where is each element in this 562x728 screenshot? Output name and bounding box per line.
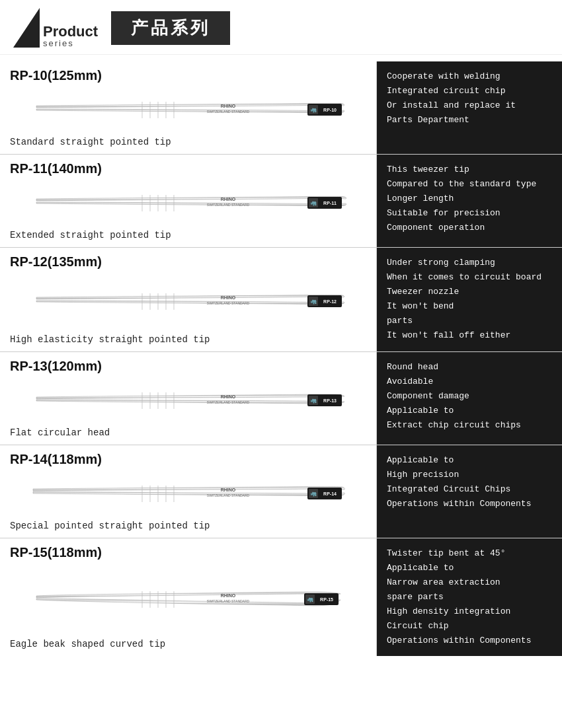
product-bold-label: Product: [43, 24, 98, 39]
svg-text:RHINO: RHINO: [220, 394, 235, 399]
product-right-panel: Cooperate with welding Integrated circui…: [377, 61, 562, 154]
product-row-rp-12: RP-12(135mm)RHINOSWITZERLAND STANDARD🦏RP…: [0, 248, 562, 352]
product-right-panel: Round head Avoidable Component damage Ap…: [377, 352, 562, 445]
product-row-rp-15: RP-15(118mm)RHINOSWITZERLAND STANDARD🦏RP…: [0, 538, 562, 657]
product-model-label: RP-13(120mm): [10, 359, 366, 374]
product-left-panel: RP-11(140mm)RHINOSWITZERLAND STANDARD🦏RP…: [0, 155, 377, 247]
product-description: Applicable to High precision Integrated …: [387, 453, 531, 511]
svg-text:SWITZERLAND STANDARD: SWITZERLAND STANDARD: [206, 203, 249, 207]
product-caption: Extended straight pointed tip: [10, 230, 366, 240]
product-row-rp-14: RP-14(118mm)RHINOSWITZERLAND STANDARD🦏RP…: [0, 445, 562, 538]
diagonal-decoration: [13, 8, 40, 48]
product-left-panel: RP-10(125mm)RHINOSWITZERLAND STANDARD🦏RP…: [0, 61, 377, 154]
product-caption: Special pointed straight pointed tip: [10, 521, 366, 531]
product-row-rp-11: RP-11(140mm)RHINOSWITZERLAND STANDARD🦏RP…: [0, 155, 562, 248]
svg-text:RP-11: RP-11: [323, 201, 337, 205]
product-image-area: RHINOSWITZERLAND STANDARD🦏RP-12: [10, 273, 366, 331]
product-text-block: Product series: [43, 24, 98, 48]
product-description: Under strong clamping When it comes to c…: [387, 256, 542, 344]
product-caption: Eagle beak shaped curved tip: [10, 639, 366, 649]
svg-text:🦏: 🦏: [310, 397, 317, 404]
svg-text:RP-12: RP-12: [323, 299, 337, 304]
svg-text:🦏: 🦏: [310, 298, 317, 305]
svg-text:SWITZERLAND STANDARD: SWITZERLAND STANDARD: [206, 301, 249, 305]
product-description: Cooperate with welding Integrated circui…: [387, 69, 516, 127]
svg-text:🦏: 🦏: [310, 106, 317, 113]
product-image-area: RHINOSWITZERLAND STANDARD🦏RP-10: [10, 87, 366, 133]
product-left-panel: RP-15(118mm)RHINOSWITZERLAND STANDARD🦏RP…: [0, 538, 377, 657]
svg-text:RHINO: RHINO: [220, 295, 235, 300]
product-caption: Flat circular head: [10, 427, 366, 438]
product-small-label: series: [43, 39, 74, 48]
product-image-area: RHINOSWITZERLAND STANDARD🦏RP-15: [10, 564, 366, 636]
product-row-rp-13: RP-13(120mm)RHINOSWITZERLAND STANDARD🦏RP…: [0, 352, 562, 445]
product-description: Round head Avoidable Component damage Ap…: [387, 360, 521, 433]
product-right-panel: Twister tip bent at 45° Applicable to Na…: [377, 538, 562, 657]
svg-text:RHINO: RHINO: [220, 104, 235, 108]
product-model-label: RP-12(135mm): [10, 254, 366, 270]
product-model-label: RP-11(140mm): [10, 161, 366, 176]
product-left-panel: RP-13(120mm)RHINOSWITZERLAND STANDARD🦏RP…: [0, 352, 377, 445]
svg-text:🦏: 🦏: [310, 490, 317, 497]
page-header: Product series 产品系列: [0, 0, 562, 55]
svg-text:RP-14: RP-14: [323, 491, 337, 496]
svg-text:SWITZERLAND STANDARD: SWITZERLAND STANDARD: [206, 599, 249, 603]
svg-text:RP-13: RP-13: [323, 398, 337, 403]
svg-text:SWITZERLAND STANDARD: SWITZERLAND STANDARD: [206, 400, 249, 404]
svg-text:RP-10: RP-10: [323, 108, 337, 112]
product-caption: High elasticity straight pointed tip: [10, 334, 366, 345]
svg-text:🦏: 🦏: [310, 200, 317, 206]
product-image-area: RHINOSWITZERLAND STANDARD🦏RP-13: [10, 377, 366, 424]
product-image-area: RHINOSWITZERLAND STANDARD🦏RP-11: [10, 180, 366, 227]
product-description: Twister tip bent at 45° Applicable to Na…: [387, 546, 531, 649]
product-model-label: RP-14(118mm): [10, 452, 366, 467]
svg-text:RHINO: RHINO: [220, 197, 235, 201]
product-model-label: RP-15(118mm): [10, 545, 366, 560]
product-row-rp-10: RP-10(125mm)RHINOSWITZERLAND STANDARD🦏RP…: [0, 61, 562, 155]
product-right-panel: This tweezer tip Compared to the standar…: [377, 155, 562, 247]
svg-text:RP-15: RP-15: [320, 597, 333, 602]
svg-text:RHINO: RHINO: [220, 593, 235, 598]
product-left-panel: RP-14(118mm)RHINOSWITZERLAND STANDARD🦏RP…: [0, 445, 377, 538]
product-right-panel: Under strong clamping When it comes to c…: [377, 248, 562, 351]
product-caption: Standard straight pointed tip: [10, 137, 366, 147]
chinese-title: 产品系列: [131, 17, 210, 40]
chinese-title-bg: 产品系列: [111, 11, 230, 45]
svg-text:RHINO: RHINO: [220, 488, 235, 492]
svg-text:🦏: 🦏: [307, 596, 313, 602]
product-list: RP-10(125mm)RHINOSWITZERLAND STANDARD🦏RP…: [0, 55, 562, 656]
header-left: Product series: [13, 8, 98, 48]
product-right-panel: Applicable to High precision Integrated …: [377, 445, 562, 538]
product-description: This tweezer tip Compared to the standar…: [387, 163, 536, 235]
product-image-area: RHINOSWITZERLAND STANDARD🦏RP-14: [10, 470, 366, 517]
svg-text:SWITZERLAND STANDARD: SWITZERLAND STANDARD: [206, 493, 249, 497]
svg-text:SWITZERLAND STANDARD: SWITZERLAND STANDARD: [206, 110, 249, 114]
product-left-panel: RP-12(135mm)RHINOSWITZERLAND STANDARD🦏RP…: [0, 248, 377, 351]
product-model-label: RP-10(125mm): [10, 68, 366, 83]
